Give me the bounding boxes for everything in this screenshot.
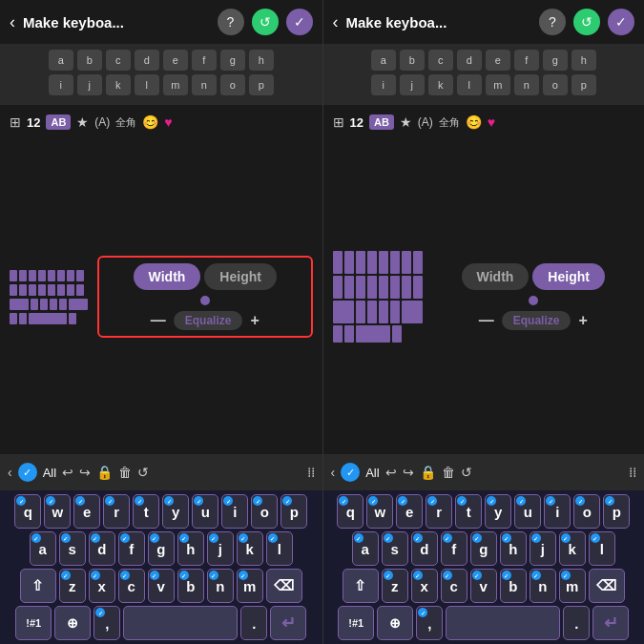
key-w[interactable]: ✓w xyxy=(44,494,71,529)
key-t[interactable]: ✓t xyxy=(133,494,159,529)
right-action-redo[interactable]: ↪ xyxy=(403,465,414,480)
key-h[interactable]: h xyxy=(571,50,596,71)
right-width-btn[interactable]: Width xyxy=(462,263,530,290)
key-num[interactable]: !#1 xyxy=(15,606,52,640)
key-comma[interactable]: ✓, xyxy=(416,606,443,640)
key-s[interactable]: ✓s xyxy=(59,531,86,566)
key-q[interactable]: ✓q xyxy=(14,494,41,529)
key-o[interactable]: o xyxy=(220,74,245,95)
key-f[interactable]: ✓f xyxy=(441,531,467,566)
right-slider[interactable] xyxy=(432,296,635,305)
key-n[interactable]: n xyxy=(192,74,217,95)
right-action-refresh[interactable]: ↺ xyxy=(461,465,472,480)
key-z[interactable]: ✓z xyxy=(382,569,408,603)
left-width-btn[interactable]: Width xyxy=(134,263,201,290)
key-f[interactable]: f xyxy=(514,50,539,71)
key-b[interactable]: ✓b xyxy=(177,569,204,603)
key-l[interactable]: l xyxy=(135,74,159,95)
key-p[interactable]: ✓p xyxy=(603,494,630,529)
key-d[interactable]: d xyxy=(135,50,159,71)
key-j[interactable]: ✓j xyxy=(207,531,234,566)
key-h[interactable]: h xyxy=(249,50,274,71)
key-f[interactable]: ✓f xyxy=(118,531,145,566)
key-a[interactable]: a xyxy=(49,50,73,71)
key-p[interactable]: p xyxy=(249,74,274,95)
right-action-all[interactable]: All xyxy=(365,466,379,480)
key-x[interactable]: ✓x xyxy=(89,569,115,603)
right-refresh-btn[interactable]: ↺ xyxy=(573,9,600,35)
key-c[interactable]: ✓c xyxy=(441,569,467,603)
right-toolbar-ab[interactable]: AB xyxy=(369,114,394,130)
left-toolbar-star[interactable]: ★ xyxy=(76,114,89,130)
key-o[interactable]: o xyxy=(543,74,568,95)
left-action-trash[interactable]: 🗑 xyxy=(118,465,132,480)
key-m[interactable]: ✓m xyxy=(237,569,263,603)
left-slider[interactable] xyxy=(105,296,305,305)
left-action-all[interactable]: All xyxy=(43,466,56,480)
key-b[interactable]: b xyxy=(400,50,425,71)
key-v[interactable]: ✓v xyxy=(470,569,497,603)
key-u[interactable]: ✓u xyxy=(514,494,541,529)
key-s[interactable]: ✓s xyxy=(382,531,408,566)
key-n[interactable]: ✓n xyxy=(530,569,556,603)
key-c[interactable]: c xyxy=(106,50,131,71)
key-shift[interactable]: ⇧ xyxy=(20,569,56,603)
key-i[interactable]: i xyxy=(49,74,73,95)
key-p[interactable]: p xyxy=(571,74,596,95)
key-comma[interactable]: ✓, xyxy=(93,606,120,640)
key-k[interactable]: k xyxy=(428,74,453,95)
key-delete[interactable]: ⌫ xyxy=(589,569,625,603)
key-e[interactable]: e xyxy=(486,50,510,71)
key-globe[interactable]: ⊕ xyxy=(377,606,413,640)
key-k[interactable]: ✓k xyxy=(237,531,263,566)
key-j[interactable]: j xyxy=(400,74,425,95)
key-a[interactable]: ✓a xyxy=(30,531,56,566)
key-a[interactable]: ✓a xyxy=(352,531,379,566)
key-space[interactable] xyxy=(123,606,238,640)
key-space[interactable] xyxy=(446,606,560,640)
right-minus-btn[interactable]: — xyxy=(479,312,494,329)
left-check-btn[interactable]: ✓ xyxy=(286,9,313,35)
key-r[interactable]: ✓r xyxy=(426,494,452,529)
left-minus-btn[interactable]: — xyxy=(151,312,166,329)
right-action-lock[interactable]: 🔒 xyxy=(420,465,436,480)
key-l[interactable]: ✓l xyxy=(589,531,615,566)
key-h[interactable]: ✓h xyxy=(500,531,527,566)
left-plus-btn[interactable]: + xyxy=(250,312,259,329)
key-l[interactable]: ✓l xyxy=(266,531,293,566)
key-period[interactable]: . xyxy=(563,606,590,640)
left-toolbar-emoji[interactable]: 😊 xyxy=(142,114,158,130)
key-y[interactable]: ✓y xyxy=(162,494,189,529)
key-l[interactable]: l xyxy=(457,74,482,95)
key-y[interactable]: ✓y xyxy=(485,494,511,529)
key-delete[interactable]: ⌫ xyxy=(266,569,302,603)
left-action-redo[interactable]: ↪ xyxy=(79,465,91,480)
right-check-btn[interactable]: ✓ xyxy=(608,9,634,35)
left-height-btn[interactable]: Height xyxy=(204,263,277,290)
left-action-lock[interactable]: 🔒 xyxy=(96,465,113,480)
left-question-btn[interactable]: ? xyxy=(218,9,244,35)
right-toolbar-star[interactable]: ★ xyxy=(400,114,412,130)
key-n[interactable]: n xyxy=(514,74,539,95)
key-b[interactable]: ✓b xyxy=(500,569,527,603)
key-b[interactable]: b xyxy=(77,50,102,71)
left-equalize-btn[interactable]: Equalize xyxy=(174,311,243,330)
key-period[interactable]: . xyxy=(240,606,267,640)
left-action-undo[interactable]: ↩ xyxy=(62,465,73,480)
key-g[interactable]: ✓g xyxy=(148,531,175,566)
key-e[interactable]: e xyxy=(163,50,188,71)
key-m[interactable]: m xyxy=(486,74,510,95)
left-refresh-btn[interactable]: ↺ xyxy=(252,9,279,35)
right-equalize-btn[interactable]: Equalize xyxy=(502,311,571,330)
key-q[interactable]: ✓q xyxy=(337,494,364,529)
key-globe[interactable]: ⊕ xyxy=(54,606,91,640)
right-back-btn[interactable]: ‹ xyxy=(333,12,339,32)
key-a[interactable]: a xyxy=(371,50,396,71)
key-j[interactable]: ✓j xyxy=(530,531,556,566)
right-height-btn[interactable]: Height xyxy=(532,263,605,290)
key-shift[interactable]: ⇧ xyxy=(343,569,379,603)
key-g[interactable]: g xyxy=(220,50,245,71)
right-plus-btn[interactable]: + xyxy=(578,312,587,329)
right-action-back[interactable]: ‹ xyxy=(331,465,336,480)
key-x[interactable]: ✓x xyxy=(411,569,438,603)
